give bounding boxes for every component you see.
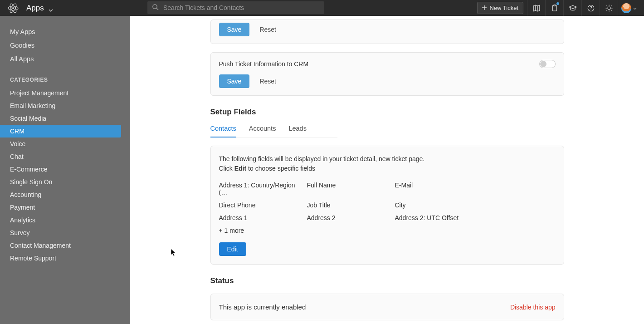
new-ticket-label: New Ticket bbox=[489, 5, 518, 11]
sidebar-category-item[interactable]: Project Management bbox=[0, 87, 121, 99]
fields-desc-bold: Edit bbox=[234, 165, 246, 172]
new-ticket-button[interactable]: New Ticket bbox=[477, 2, 523, 14]
field-name: Address 2: UTC Offset bbox=[395, 214, 481, 221]
fields-grid: Address 1: Country/Region (…Full NameE-M… bbox=[219, 182, 556, 221]
notification-dot bbox=[556, 2, 559, 5]
field-name: Address 2 bbox=[307, 214, 393, 221]
setup-fields-title: Setup Fields bbox=[210, 108, 564, 117]
field-name: Address 1 bbox=[219, 214, 305, 221]
field-name: Direct Phone bbox=[219, 201, 305, 209]
fields-desc-prefix: Click bbox=[219, 165, 234, 172]
field-name: Address 1: Country/Region (… bbox=[219, 182, 305, 196]
top-header: Apps New Ticket bbox=[0, 0, 644, 16]
sidebar-section-categories: CATEGORIES bbox=[0, 66, 130, 87]
sidebar-category-item[interactable]: Survey bbox=[0, 226, 121, 239]
profile-menu[interactable] bbox=[618, 0, 639, 16]
app-title: Apps bbox=[26, 4, 44, 13]
header-right: New Ticket bbox=[477, 0, 639, 16]
svg-point-14 bbox=[608, 7, 610, 10]
tab-accounts[interactable]: Accounts bbox=[249, 121, 276, 137]
fields-desc-suffix: to choose specific fields bbox=[246, 165, 315, 172]
avatar-icon bbox=[621, 3, 631, 13]
status-text: This app is currently enabled bbox=[219, 303, 306, 311]
sidebar-category-item[interactable]: Payment bbox=[0, 201, 121, 214]
field-name: Job Title bbox=[307, 201, 393, 209]
fields-desc-line1: The following fields will be displayed i… bbox=[219, 154, 556, 164]
status-title: Status bbox=[210, 276, 564, 285]
sidebar-category-item[interactable]: Social Media bbox=[0, 112, 121, 125]
sidebar-category-item[interactable]: CRM bbox=[0, 125, 121, 137]
sidebar-category-item[interactable]: Single Sign On bbox=[0, 176, 121, 188]
sidebar-nav-item[interactable]: All Apps bbox=[0, 52, 130, 66]
app-logo-icon bbox=[7, 2, 19, 14]
field-name: City bbox=[395, 201, 481, 209]
sidebar-nav-item[interactable]: Goodies bbox=[0, 39, 130, 52]
svg-point-0 bbox=[12, 7, 14, 9]
save-button[interactable]: Save bbox=[219, 23, 250, 36]
sidebar-nav-item[interactable]: My Apps bbox=[0, 25, 130, 39]
search-icon bbox=[152, 4, 159, 12]
field-name: Full Name bbox=[307, 182, 393, 196]
sidebar: My AppsGoodiesAll Apps CATEGORIES Projec… bbox=[0, 16, 130, 324]
settings-icon[interactable] bbox=[600, 0, 618, 16]
fields-card: The following fields will be displayed i… bbox=[210, 146, 564, 265]
chevron-down-icon bbox=[49, 6, 53, 10]
academy-icon[interactable] bbox=[563, 0, 581, 16]
svg-line-5 bbox=[156, 8, 158, 10]
plus-icon bbox=[482, 5, 487, 11]
reset-button[interactable]: Reset bbox=[253, 74, 283, 88]
edit-fields-button[interactable]: Edit bbox=[219, 242, 246, 256]
settings-card-top: Save Reset bbox=[210, 20, 564, 44]
svg-line-20 bbox=[611, 10, 612, 11]
field-name: E-Mail bbox=[395, 182, 481, 196]
setup-fields-tabs: ContactsAccountsLeads bbox=[210, 121, 337, 137]
save-button[interactable]: Save bbox=[219, 74, 250, 88]
push-ticket-toggle[interactable] bbox=[539, 60, 556, 68]
map-icon[interactable] bbox=[527, 0, 545, 16]
sidebar-category-item[interactable]: Voice bbox=[0, 137, 121, 150]
toggle-knob bbox=[540, 61, 546, 67]
svg-point-13 bbox=[590, 10, 591, 10]
svg-line-22 bbox=[611, 5, 612, 6]
global-search[interactable] bbox=[147, 1, 324, 14]
clipboard-icon[interactable] bbox=[545, 0, 563, 16]
sidebar-category-item[interactable]: Chat bbox=[0, 150, 121, 163]
main-content: Save Reset Push Ticket Information to CR… bbox=[130, 16, 644, 324]
sidebar-category-item[interactable]: Contact Management bbox=[0, 239, 121, 252]
svg-line-19 bbox=[606, 5, 607, 6]
push-ticket-title: Push Ticket Information to CRM bbox=[219, 60, 309, 68]
sidebar-category-item[interactable]: Remote Support bbox=[0, 252, 121, 265]
svg-point-4 bbox=[153, 5, 157, 9]
sidebar-category-item[interactable]: Analytics bbox=[0, 214, 121, 226]
status-card: This app is currently enabled Disable th… bbox=[210, 294, 564, 320]
chevron-down-icon bbox=[633, 5, 637, 12]
disable-app-link[interactable]: Disable this app bbox=[510, 304, 556, 311]
sidebar-category-item[interactable]: Accounting bbox=[0, 188, 121, 201]
svg-line-21 bbox=[606, 10, 607, 11]
tab-leads[interactable]: Leads bbox=[288, 121, 307, 137]
app-switcher[interactable]: Apps bbox=[26, 4, 53, 13]
reset-button[interactable]: Reset bbox=[253, 23, 283, 36]
fields-desc-line2: Click Edit to choose specific fields bbox=[219, 164, 556, 173]
sidebar-category-item[interactable]: Email Marketing bbox=[0, 99, 121, 112]
sidebar-category-item[interactable]: E-Commerce bbox=[0, 163, 121, 176]
push-ticket-card: Push Ticket Information to CRM Save Rese… bbox=[210, 52, 564, 96]
tab-contacts[interactable]: Contacts bbox=[210, 121, 236, 137]
help-icon[interactable] bbox=[581, 0, 600, 16]
more-fields-link[interactable]: + 1 more bbox=[219, 227, 556, 234]
search-input[interactable] bbox=[163, 4, 320, 11]
